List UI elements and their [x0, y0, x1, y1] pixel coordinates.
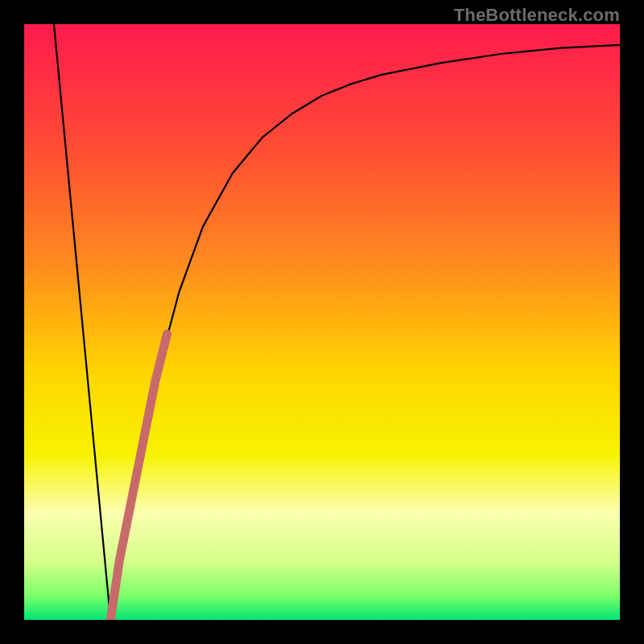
- plot-area: [24, 24, 620, 620]
- watermark-text: TheBottleneck.com: [454, 5, 620, 26]
- highlight-segment: [110, 334, 167, 620]
- chart-frame: TheBottleneck.com: [0, 0, 644, 644]
- chart-overlay: [24, 24, 620, 620]
- bottleneck-curve: [54, 24, 620, 620]
